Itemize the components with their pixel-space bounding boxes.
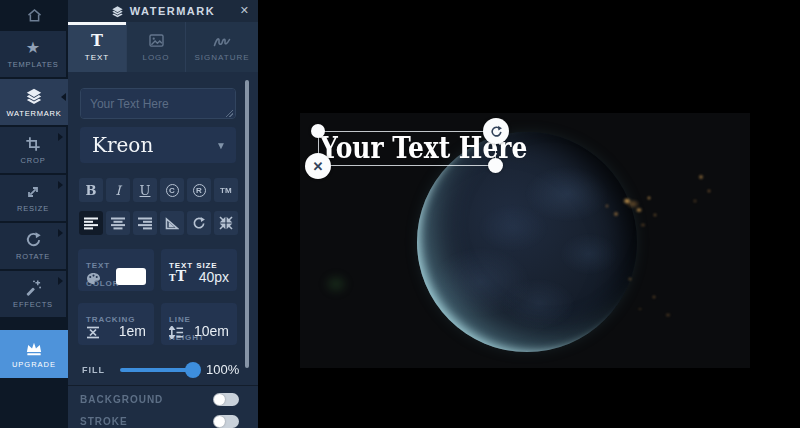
color-swatch[interactable] xyxy=(116,268,146,285)
line-height-icon xyxy=(169,326,184,339)
sidebar-item-effects[interactable]: EFFECTS xyxy=(0,271,66,317)
watermark-text-input[interactable] xyxy=(80,88,236,119)
text-color-box[interactable]: TEXT COLOR xyxy=(78,249,154,291)
sidebar-item-label: UPGRADE xyxy=(12,360,56,369)
section-divider xyxy=(68,385,258,386)
skew-button[interactable] xyxy=(160,211,184,235)
sidebar-item-resize[interactable]: RESIZE xyxy=(0,175,66,221)
panel-body: Kreon ▼ B I U C R TM xyxy=(68,72,258,428)
tab-signature[interactable]: SIGNATURE xyxy=(186,22,258,72)
align-left-icon xyxy=(84,217,98,230)
delete-handle[interactable]: ✕ xyxy=(305,153,331,179)
tab-text[interactable]: T TEXT xyxy=(68,22,127,72)
crop-icon xyxy=(25,136,41,152)
canvas-image[interactable]: Your Text Here ✕ xyxy=(300,113,750,368)
magic-wand-icon xyxy=(25,279,42,296)
expand-arrow-icon xyxy=(58,133,63,141)
copyright-icon: C xyxy=(166,184,179,197)
close-icon: ✕ xyxy=(313,159,324,174)
align-button-row xyxy=(79,211,238,235)
background-label: BACKGROUND xyxy=(80,394,163,405)
image-icon xyxy=(149,33,164,49)
stroke-toggle[interactable] xyxy=(213,415,239,428)
text-size-value: 40px xyxy=(199,269,229,285)
line-height-value: 10em xyxy=(194,323,229,339)
tab-label: TEXT xyxy=(85,53,109,62)
font-name-value: Kreon xyxy=(80,133,153,157)
sidebar-item-templates[interactable]: ★ TEMPLATES xyxy=(0,31,66,77)
home-icon xyxy=(27,8,42,23)
rotate-icon xyxy=(25,231,42,248)
registered-button[interactable]: R xyxy=(187,178,211,202)
rotate-handle[interactable] xyxy=(483,118,509,144)
rotate-icon xyxy=(192,216,206,230)
panel-title: WATERMARK xyxy=(130,5,215,17)
layers-icon xyxy=(111,5,124,18)
underline-button[interactable]: U xyxy=(133,178,157,202)
stroke-label: STROKE xyxy=(80,416,128,427)
resize-icon xyxy=(25,184,41,200)
collapse-arrow-icon xyxy=(61,93,66,101)
tab-logo[interactable]: LOGO xyxy=(127,22,186,72)
close-icon[interactable]: ✕ xyxy=(240,4,249,17)
text-size-icon: TT xyxy=(169,266,186,285)
panel-header: WATERMARK ✕ xyxy=(68,0,258,22)
rotate-icon xyxy=(490,125,503,138)
star-icon: ★ xyxy=(26,40,40,56)
align-left-button[interactable] xyxy=(79,211,103,235)
compress-button[interactable] xyxy=(214,211,238,235)
panel-tabs: T TEXT LOGO SIGNATURE xyxy=(68,22,258,72)
font-family-select[interactable]: Kreon ▼ xyxy=(80,127,236,163)
sidebar-item-crop[interactable]: CROP xyxy=(0,127,66,173)
watermark-panel: WATERMARK ✕ T TEXT LOGO SIGNATURE xyxy=(68,0,258,428)
tab-label: SIGNATURE xyxy=(194,53,249,62)
chevron-down-icon: ▼ xyxy=(216,140,226,151)
format-button-row: B I U C R TM xyxy=(79,178,238,202)
fill-row: FILL 100% xyxy=(68,358,258,382)
tracking-box[interactable]: TRACKING 1em xyxy=(78,303,154,345)
stroke-row: STROKE xyxy=(68,412,258,428)
resize-handle-bottom-right[interactable] xyxy=(488,158,503,173)
background-toggle[interactable] xyxy=(213,393,239,406)
expand-arrow-icon xyxy=(58,181,63,189)
tracking-value: 1em xyxy=(119,323,146,339)
image-artifact xyxy=(323,273,349,295)
align-right-button[interactable] xyxy=(133,211,157,235)
fill-slider-knob[interactable] xyxy=(185,362,201,378)
sidebar-item-watermark[interactable]: WATERMARK xyxy=(0,79,68,125)
text-size-box[interactable]: TEXT SIZE TT 40px xyxy=(161,249,237,291)
sidebar-item-label: ROTATE xyxy=(16,252,50,261)
bold-button[interactable]: B xyxy=(79,178,103,202)
signature-icon xyxy=(213,33,231,49)
fill-label: FILL xyxy=(82,365,105,375)
sidebar-item-label: EFFECTS xyxy=(13,300,53,309)
palette-icon xyxy=(86,272,101,285)
layers-icon xyxy=(25,87,43,105)
toggle-knob xyxy=(214,394,225,405)
sidebar: ★ TEMPLATES WATERMARK CROP RESIZE xyxy=(0,0,68,428)
sidebar-item-rotate[interactable]: ROTATE xyxy=(0,223,66,269)
tracking-icon xyxy=(86,326,100,339)
background-row: BACKGROUND xyxy=(68,390,258,410)
line-height-box[interactable]: LINE HEIGHT 10em xyxy=(161,303,237,345)
italic-button[interactable]: I xyxy=(106,178,130,202)
align-center-button[interactable] xyxy=(106,211,130,235)
expand-arrow-icon xyxy=(58,277,63,285)
rotate-text-button[interactable] xyxy=(187,211,211,235)
tab-label: LOGO xyxy=(142,53,169,62)
sidebar-item-upgrade[interactable]: UPGRADE xyxy=(0,330,68,378)
crown-icon xyxy=(24,340,44,356)
sidebar-item-label: WATERMARK xyxy=(6,109,61,118)
city-lights xyxy=(685,165,719,225)
trademark-button[interactable]: TM xyxy=(214,178,238,202)
panel-scrollbar[interactable] xyxy=(245,80,249,368)
sidebar-item-label: RESIZE xyxy=(17,204,49,213)
sidebar-item-label: TEMPLATES xyxy=(7,60,58,69)
align-right-icon xyxy=(138,217,152,230)
resize-handle-top-left[interactable] xyxy=(311,124,325,138)
toggle-knob xyxy=(214,416,225,427)
copyright-button[interactable]: C xyxy=(160,178,184,202)
home-button[interactable] xyxy=(0,0,68,30)
watermark-app: ★ TEMPLATES WATERMARK CROP RESIZE xyxy=(0,0,800,428)
editor-canvas[interactable]: Your Text Here ✕ xyxy=(258,0,800,428)
